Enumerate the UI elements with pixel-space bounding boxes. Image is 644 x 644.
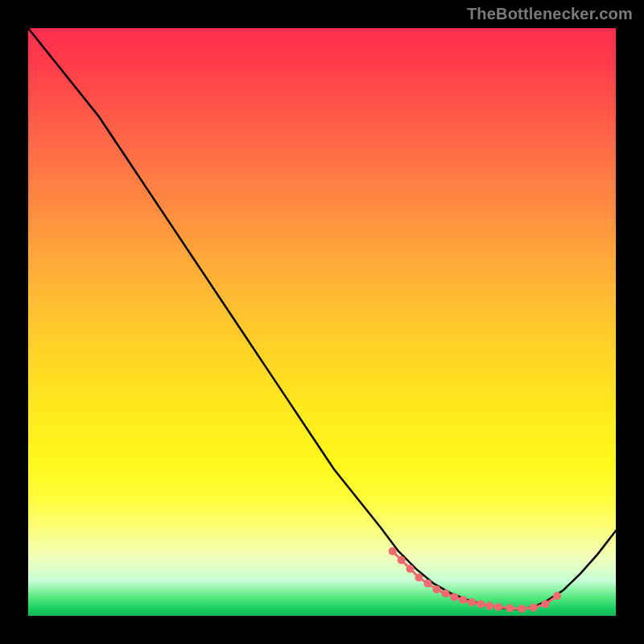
marker-dot: [485, 602, 493, 610]
chart-svg: [28, 28, 616, 616]
plot-area: [28, 28, 616, 616]
marker-dot: [530, 604, 538, 612]
marker-dot: [518, 605, 526, 613]
marker-dot: [389, 547, 397, 555]
marker-dot: [468, 598, 476, 606]
marker-dot: [450, 593, 458, 601]
marker-dot: [541, 600, 549, 608]
marker-dot: [459, 596, 467, 604]
marker-dot: [441, 589, 449, 597]
marker-dot: [423, 580, 431, 588]
marker-dot: [553, 592, 561, 600]
bottleneck-curve: [28, 28, 616, 609]
marker-dot: [477, 600, 485, 608]
chart-frame: TheBottlenecker.com: [0, 0, 644, 644]
marker-dot: [398, 556, 406, 564]
marker-dot: [407, 565, 415, 573]
marker-dot: [432, 585, 440, 593]
marker-dot: [494, 603, 502, 611]
watermark-text: TheBottlenecker.com: [467, 5, 633, 23]
marker-dot: [415, 574, 423, 582]
marker-dot: [506, 605, 514, 613]
